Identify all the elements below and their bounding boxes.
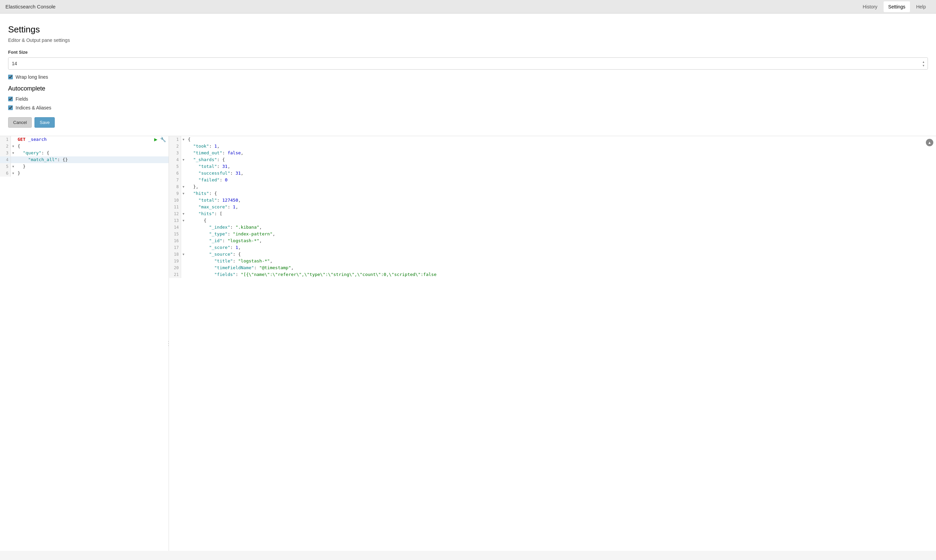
out-fold-6 — [181, 170, 186, 177]
indices-aliases-row: Indices & Aliases — [8, 105, 928, 111]
out-line-num-8: 8 — [169, 183, 181, 190]
line-number-1: 1 — [0, 136, 11, 143]
out-content-16: "_id": "logstash-*", — [186, 237, 936, 244]
button-row: Cancel Save — [8, 117, 928, 128]
save-button[interactable]: Save — [34, 117, 55, 128]
line-content-4: "match_all": {} — [15, 156, 169, 163]
console-area: ▲ 1 GET _search ▶ 🔧 2 ▼ { 3 ▼ "query — [0, 136, 936, 551]
output-line-7: 7 "failed": 0 — [169, 177, 936, 183]
out-line-num-14: 14 — [169, 224, 181, 231]
out-content-15: "_type": "index-pattern", — [186, 231, 936, 237]
spinner-down[interactable]: ▼ — [921, 64, 926, 67]
output-pane[interactable]: 1 ▼ { 2 "took": 1, 3 "timed_out": false,… — [169, 136, 936, 551]
out-content-4: "_shards": { — [186, 156, 936, 163]
spinner-up[interactable]: ▲ — [921, 60, 926, 63]
chevron-up-icon: ▲ — [928, 140, 931, 145]
out-line-num-12: 12 — [169, 211, 181, 217]
out-content-10: "total": 127450, — [186, 197, 936, 204]
out-line-num-11: 11 — [169, 204, 181, 211]
fold-icon-4 — [11, 156, 15, 163]
line-number-6: 6 — [0, 170, 11, 177]
output-line-4: 4 ▼ "_shards": { — [169, 156, 936, 163]
line-content-5: } — [15, 163, 169, 170]
output-line-14: 14 "_index": ".kibana", — [169, 224, 936, 231]
wrap-long-lines-checkbox[interactable] — [8, 75, 13, 79]
fields-row: Fields — [8, 96, 928, 102]
settings-subtitle: Editor & Output pane settings — [8, 37, 928, 43]
out-line-num-10: 10 — [169, 197, 181, 204]
line-content-6: } — [15, 170, 169, 177]
out-line-num-21: 21 — [169, 271, 181, 278]
out-content-9: "hits": { — [186, 190, 936, 197]
out-fold-7 — [181, 177, 186, 183]
line-content-3: "query": { — [15, 150, 169, 156]
output-line-13: 13 ▼ { — [169, 217, 936, 224]
out-fold-18[interactable]: ▼ — [181, 251, 186, 258]
fields-label[interactable]: Fields — [15, 96, 28, 102]
nav-history[interactable]: History — [858, 2, 882, 12]
out-line-num-17: 17 — [169, 244, 181, 251]
output-line-10: 10 "total": 127450, — [169, 197, 936, 204]
out-content-11: "max_score": 1, — [186, 204, 936, 211]
out-fold-17 — [181, 244, 186, 251]
settings-pane: Settings Editor & Output pane settings F… — [0, 14, 936, 136]
out-fold-10 — [181, 197, 186, 204]
wrap-long-lines-row: Wrap long lines — [8, 74, 928, 80]
output-line-6: 6 "successful": 31, — [169, 170, 936, 177]
autocomplete-heading: Autocomplete — [8, 85, 928, 92]
output-line-2: 2 "took": 1, — [169, 143, 936, 150]
output-line-21: 21 "fields": "[{\"name\":\"referer\",\"t… — [169, 271, 936, 278]
wrap-long-lines-label[interactable]: Wrap long lines — [15, 74, 48, 80]
out-fold-2 — [181, 143, 186, 150]
output-line-1: 1 ▼ { — [169, 136, 936, 143]
output-line-11: 11 "max_score": 1, — [169, 204, 936, 211]
fold-icon-6[interactable]: ▼ — [11, 170, 15, 177]
fold-icon-5[interactable]: ▼ — [11, 163, 15, 170]
out-line-num-15: 15 — [169, 231, 181, 237]
wrench-icon[interactable]: 🔧 — [160, 136, 166, 143]
out-fold-8[interactable]: ▼ — [181, 183, 186, 190]
out-content-13: { — [186, 217, 936, 224]
output-line-5: 5 "total": 31, — [169, 163, 936, 170]
out-fold-21 — [181, 271, 186, 278]
indices-aliases-label[interactable]: Indices & Aliases — [15, 105, 51, 111]
editor-line-2: 2 ▼ { — [0, 143, 169, 150]
line-number-2: 2 — [0, 143, 11, 150]
nav-settings[interactable]: Settings — [884, 2, 910, 12]
out-line-num-1: 1 — [169, 136, 181, 143]
out-fold-9[interactable]: ▼ — [181, 190, 186, 197]
out-fold-4[interactable]: ▼ — [181, 156, 186, 163]
out-fold-11 — [181, 204, 186, 211]
out-fold-12[interactable]: ▼ — [181, 211, 186, 217]
editor-actions: ▶ 🔧 — [154, 136, 169, 143]
header-nav: History Settings Help — [858, 2, 931, 12]
fold-icon-3[interactable]: ▼ — [11, 150, 15, 156]
out-fold-16 — [181, 237, 186, 244]
out-content-5: "total": 31, — [186, 163, 936, 170]
out-content-20: "timeFieldName": "@timestamp", — [186, 265, 936, 271]
editor-line-1: 1 GET _search ▶ 🔧 — [0, 136, 169, 143]
out-fold-1[interactable]: ▼ — [181, 136, 186, 143]
indices-aliases-checkbox[interactable] — [8, 105, 13, 110]
out-fold-3 — [181, 150, 186, 156]
out-content-7: "failed": 0 — [186, 177, 936, 183]
editor-pane[interactable]: 1 GET _search ▶ 🔧 2 ▼ { 3 ▼ "query": { 4 — [0, 136, 169, 551]
header: Elasticsearch Console History Settings H… — [0, 0, 936, 14]
out-content-12: "hits": [ — [186, 211, 936, 217]
cancel-button[interactable]: Cancel — [8, 117, 32, 128]
out-fold-13[interactable]: ▼ — [181, 217, 186, 224]
out-fold-15 — [181, 231, 186, 237]
out-content-18: "_source": { — [186, 251, 936, 258]
out-line-num-5: 5 — [169, 163, 181, 170]
run-icon[interactable]: ▶ — [154, 136, 157, 143]
font-size-spinner: ▲ ▼ — [921, 60, 926, 67]
out-line-num-9: 9 — [169, 190, 181, 197]
line-number-3: 3 — [0, 150, 11, 156]
font-size-input[interactable] — [8, 57, 928, 69]
app-title: Elasticsearch Console — [5, 4, 55, 9]
fields-checkbox[interactable] — [8, 97, 13, 102]
scroll-top-button[interactable]: ▲ — [926, 139, 933, 146]
nav-help[interactable]: Help — [911, 2, 931, 12]
editor-line-5: 5 ▼ } — [0, 163, 169, 170]
fold-icon-2[interactable]: ▼ — [11, 143, 15, 150]
